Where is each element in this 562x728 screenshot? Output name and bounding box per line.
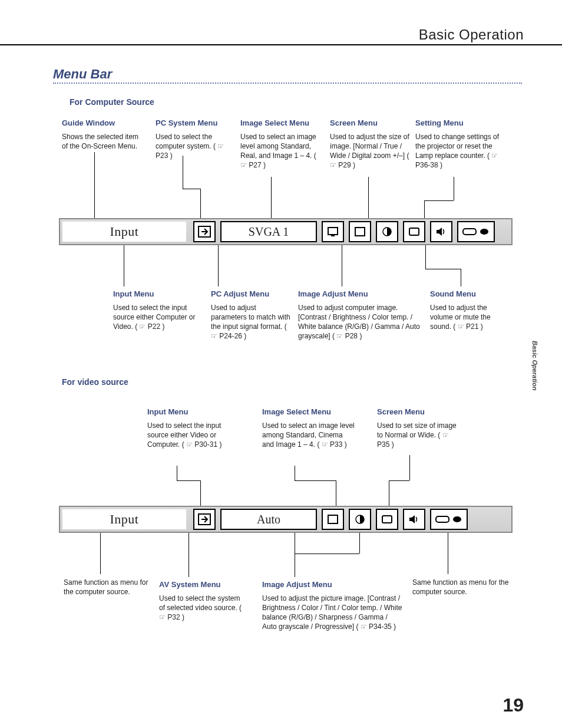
callout-body: Used to adjust computer image. [Contrast… [298,303,422,341]
callout-body: Used to adjust parameters to match with … [211,303,293,341]
callout-body: Used to set size of image to Normal or W… [377,421,459,450]
section-title: Menu Bar [53,67,112,82]
callout-body: Used to adjust the picture image. [Contr… [262,594,404,632]
screen-menu-icon [376,509,398,530]
callout-body: Used to adjust the volume or mute the so… [430,303,507,332]
callout-heading: Image Adjust Menu [298,289,422,299]
menubar-computer: Input SVGA 1 [59,218,513,245]
callout-body: Used to select the computer system. ( ☞ … [156,132,232,161]
callout-v-image-select: Image Select Menu Used to select an imag… [262,407,356,449]
callout-heading: Image Select Menu [262,407,356,417]
callout-heading: Image Adjust Menu [262,579,404,590]
svg-rect-6 [463,229,476,235]
callout-v-input: Input Menu Used to select the input sour… [147,407,233,449]
callout-heading: Screen Menu [377,407,459,417]
callout-guide-window: Guide Window Shows the selected item of … [62,118,144,151]
svg-rect-3 [355,228,365,236]
svg-point-13 [453,516,461,522]
sound-menu-icon [430,221,452,242]
callout-body: Used to select the input source either V… [147,421,233,450]
callout-heading: AV System Menu [159,579,247,590]
page-number: 19 [503,694,524,716]
guide-window-box: Input [62,222,186,242]
callout-body: Used to select the input source either C… [113,303,201,332]
svg-rect-9 [328,515,338,523]
callout-body: Same function as menu for the computer s… [64,578,149,597]
callout-image-select: Image Select Menu Used to select an imag… [240,118,323,170]
screen-menu-icon [403,221,425,242]
callout-heading: PC System Menu [156,118,232,129]
callout-body: Used to change settings of the projector… [415,132,510,170]
callout-input-menu: Input Menu Used to select the input sour… [113,289,201,331]
image-adjust-icon [376,221,398,242]
callout-screen: Screen Menu Used to adjust the size of i… [330,118,412,170]
svg-rect-12 [436,516,449,522]
callout-pc-system: PC System Menu Used to select the comput… [156,118,232,160]
svg-point-7 [480,229,488,235]
image-select-icon [349,221,371,242]
sound-menu-icon [403,509,425,530]
setting-menu-icon [457,221,495,242]
callout-image-adjust: Image Adjust Menu Used to adjust compute… [298,289,422,341]
callout-heading: Screen Menu [330,118,412,129]
callout-av-system: AV System Menu Used to select the system… [159,579,247,622]
input-menu-icon [193,509,216,530]
callout-same-right: Same function as menu for the computer s… [412,578,513,597]
callout-body: Shows the selected item of the On-Screen… [62,132,144,151]
pc-system-box: SVGA 1 [220,221,317,242]
side-tab: Basic Operation [528,324,538,407]
subhead-video: For video source [62,377,128,387]
menubar-video: Input Auto [59,506,513,533]
callout-setting: Setting Menu Used to change settings of … [415,118,510,170]
svg-rect-2 [331,235,335,236]
callout-v-screen: Screen Menu Used to set size of image to… [377,407,459,449]
callout-heading: Image Select Menu [240,118,323,129]
callout-heading: PC Adjust Menu [211,289,293,299]
callout-body: Used to adjust the size of image. [Norma… [330,132,412,170]
setting-menu-icon [430,509,468,530]
input-menu-icon [193,221,216,242]
callout-heading: Sound Menu [430,289,507,299]
callout-body: Used to select the system of selected vi… [159,594,247,622]
callout-heading: Guide Window [62,118,144,129]
callout-body: Used to select an image level among Stan… [262,421,356,450]
callout-sound: Sound Menu Used to adjust the volume or … [430,289,507,331]
av-system-box: Auto [220,509,317,530]
svg-rect-11 [382,516,392,523]
callout-pc-adjust: PC Adjust Menu Used to adjust parameters… [211,289,293,341]
callout-heading: Setting Menu [415,118,510,129]
callout-v-image-adjust: Image Adjust Menu Used to adjust the pic… [262,579,404,631]
dotted-rule [53,83,522,84]
callout-heading: Input Menu [147,407,233,417]
callout-body: Used to select an image level among Stan… [240,132,323,170]
subhead-computer: For Computer Source [70,97,154,107]
image-select-icon [322,509,344,530]
callout-same-left: Same function as menu for the computer s… [64,578,149,597]
guide-window-box: Input [62,509,186,529]
pc-adjust-icon [322,221,344,242]
callout-body: Same function as menu for the computer s… [412,578,513,597]
svg-rect-5 [409,228,419,235]
running-head: Basic Operation [419,27,524,43]
header-rule [0,44,562,45]
image-adjust-icon [349,509,371,530]
svg-rect-1 [328,228,338,235]
callout-heading: Input Menu [113,289,201,299]
